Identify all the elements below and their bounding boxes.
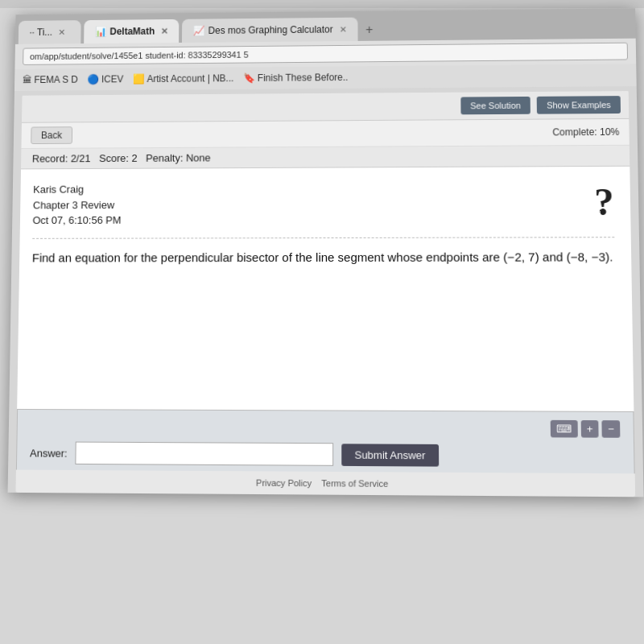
submit-button[interactable]: Submit Answer <box>341 444 439 466</box>
new-tab-button[interactable]: + <box>357 19 381 41</box>
bookmark-artist[interactable]: 🟨 Artist Account | NB... <box>133 72 233 85</box>
answer-toolbar: ⌨ + − <box>30 418 620 438</box>
record-bar: Record: 2/21 Score: 2 Penalty: None <box>21 146 630 170</box>
finish-icon: 🔖 <box>243 72 255 84</box>
answer-input[interactable] <box>75 442 333 466</box>
question-divider <box>32 237 614 239</box>
keyboard-button[interactable]: ⌨ <box>551 420 578 438</box>
tab-deltamath-close[interactable]: ✕ <box>161 26 168 36</box>
fema-icon: 🏛 <box>23 74 32 85</box>
artist-icon: 🟨 <box>133 73 145 85</box>
complete-text: Complete: 10% <box>552 126 619 138</box>
bookmark-finish[interactable]: 🔖 Finish These Before.. <box>243 72 348 84</box>
footer-links: Privacy Policy Terms of Service <box>22 477 628 490</box>
score-value: Score: 2 <box>99 152 138 164</box>
deltamath-icon: 📊 <box>95 27 106 38</box>
privacy-policy-link[interactable]: Privacy Policy <box>256 478 312 489</box>
page-footer: Privacy Policy Terms of Service <box>15 470 635 497</box>
zoom-in-button[interactable]: + <box>580 420 599 438</box>
tab-desmos[interactable]: 📈 Des mos Graphing Calculator ✕ <box>182 18 357 43</box>
action-bar: See Solution Show Examples <box>22 91 629 123</box>
assignment-name: Chapter 3 Review <box>33 197 122 213</box>
penalty-value: Penalty: None <box>146 152 210 164</box>
question-area: Karis Craig Chapter 3 Review Oct 07, 6:1… <box>17 167 634 411</box>
icev-icon: 🔵 <box>87 74 99 85</box>
tab-desmos-label: Des mos Graphing Calculator <box>208 24 333 36</box>
desmos-icon: 📈 <box>193 25 204 36</box>
student-name: Karis Craig <box>33 182 122 198</box>
answer-row: Answer: Submit Answer <box>30 441 621 468</box>
terms-link[interactable]: Terms of Service <box>321 478 388 489</box>
tab-deltamath-label: DeltaMath <box>109 26 155 37</box>
tab-other[interactable]: ·· Ti... ✕ <box>19 20 81 44</box>
zoom-out-button[interactable]: − <box>602 420 621 438</box>
question-text: Find an equation for the perpendicular b… <box>32 247 615 267</box>
question-header: Karis Craig Chapter 3 Review Oct 07, 6:1… <box>32 180 614 229</box>
tab-other-label: ·· Ti... <box>29 27 52 38</box>
artist-label: Artist Account | NB... <box>147 72 234 85</box>
show-examples-button[interactable]: Show Examples <box>537 96 621 114</box>
icev-label: ICEV <box>101 73 123 85</box>
help-icon[interactable]: ? <box>594 180 614 224</box>
finish-label: Finish These Before.. <box>258 72 349 84</box>
record-value: Record: 2/21 <box>32 152 91 164</box>
bookmarks-bar: 🏛 FEMA S D 🔵 ICEV 🟨 Artist Account | NB.… <box>14 64 637 91</box>
see-solution-button[interactable]: See Solution <box>460 97 530 114</box>
address-input[interactable] <box>23 43 628 65</box>
tab-other-close[interactable]: ✕ <box>59 27 66 38</box>
tab-desmos-close[interactable]: ✕ <box>339 24 346 35</box>
back-button[interactable]: Back <box>31 126 72 144</box>
fema-label: FEMA S D <box>34 74 78 85</box>
screen-wrapper: ·· Ti... ✕ 📊 DeltaMath ✕ 📈 Des mos Graph… <box>8 8 644 497</box>
browser-frame: ·· Ti... ✕ 📊 DeltaMath ✕ 📈 Des mos Graph… <box>0 8 644 644</box>
bookmark-fema[interactable]: 🏛 FEMA S D <box>23 74 78 85</box>
bookmark-icev[interactable]: 🔵 ICEV <box>87 73 123 85</box>
answer-label: Answer: <box>30 447 68 459</box>
assignment-datetime: Oct 07, 6:10:56 PM <box>32 213 121 229</box>
page-content: See Solution Show Examples Back Complete… <box>15 91 635 497</box>
nav-bar: Back Complete: 10% <box>21 119 629 149</box>
tab-deltamath[interactable]: 📊 DeltaMath ✕ <box>84 19 179 43</box>
student-info: Karis Craig Chapter 3 Review Oct 07, 6:1… <box>32 182 121 229</box>
